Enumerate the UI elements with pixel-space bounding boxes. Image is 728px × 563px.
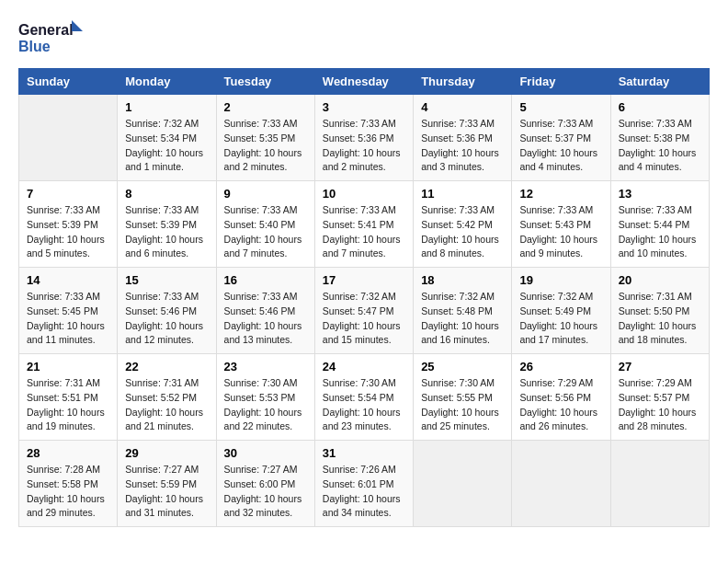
calendar-week-row: 7Sunrise: 7:33 AMSunset: 5:39 PMDaylight… [19,181,710,268]
day-number: 21 [27,360,109,373]
day-info: Sunrise: 7:26 AMSunset: 6:01 PMDaylight:… [323,463,405,521]
day-number: 16 [224,273,307,287]
day-info: Sunrise: 7:31 AMSunset: 5:52 PMDaylight:… [125,376,208,434]
day-number: 2 [224,100,307,114]
day-number: 24 [323,360,405,373]
calendar-cell: 11Sunrise: 7:33 AMSunset: 5:42 PMDayligh… [414,181,512,268]
day-info: Sunrise: 7:33 AMSunset: 5:35 PMDaylight:… [224,117,307,175]
day-number: 4 [421,100,504,114]
day-info: Sunrise: 7:33 AMSunset: 5:36 PMDaylight:… [323,117,405,175]
calendar-week-row: 21Sunrise: 7:31 AMSunset: 5:51 PMDayligh… [19,354,710,441]
calendar-cell: 25Sunrise: 7:30 AMSunset: 5:55 PMDayligh… [414,354,512,441]
calendar-cell: 2Sunrise: 7:33 AMSunset: 5:35 PMDaylight… [216,95,314,181]
day-info: Sunrise: 7:33 AMSunset: 5:39 PMDaylight:… [27,203,109,261]
day-info: Sunrise: 7:33 AMSunset: 5:46 PMDaylight:… [125,290,208,348]
calendar-cell: 14Sunrise: 7:33 AMSunset: 5:45 PMDayligh… [19,268,118,354]
day-info: Sunrise: 7:27 AMSunset: 6:00 PMDaylight:… [224,463,307,521]
calendar-cell: 4Sunrise: 7:33 AMSunset: 5:36 PMDaylight… [414,95,512,181]
calendar-cell: 30Sunrise: 7:27 AMSunset: 6:00 PMDayligh… [216,441,314,527]
page-header: GeneralBlue [18,18,710,59]
day-info: Sunrise: 7:33 AMSunset: 5:38 PMDaylight:… [619,117,701,175]
calendar-header-row: SundayMondayTuesdayWednesdayThursdayFrid… [19,69,710,95]
day-number: 9 [224,187,307,201]
calendar-cell: 29Sunrise: 7:27 AMSunset: 5:59 PMDayligh… [118,441,216,527]
day-of-week-header: Thursday [414,69,512,95]
day-info: Sunrise: 7:33 AMSunset: 5:40 PMDaylight:… [224,203,307,261]
day-info: Sunrise: 7:31 AMSunset: 5:51 PMDaylight:… [27,376,109,434]
calendar-table: SundayMondayTuesdayWednesdayThursdayFrid… [18,68,710,527]
calendar-cell: 7Sunrise: 7:33 AMSunset: 5:39 PMDaylight… [19,181,118,268]
calendar-cell: 28Sunrise: 7:28 AMSunset: 5:58 PMDayligh… [19,441,118,527]
calendar-cell: 18Sunrise: 7:32 AMSunset: 5:48 PMDayligh… [414,268,512,354]
day-info: Sunrise: 7:30 AMSunset: 5:54 PMDaylight:… [323,376,405,434]
calendar-cell: 1Sunrise: 7:32 AMSunset: 5:34 PMDaylight… [118,95,216,181]
day-number: 25 [421,360,504,373]
calendar-cell: 13Sunrise: 7:33 AMSunset: 5:44 PMDayligh… [610,181,709,268]
calendar-week-row: 28Sunrise: 7:28 AMSunset: 5:58 PMDayligh… [19,441,710,527]
day-of-week-header: Wednesday [314,69,413,95]
day-number: 5 [519,100,602,114]
calendar-cell [512,441,610,527]
calendar-cell: 3Sunrise: 7:33 AMSunset: 5:36 PMDaylight… [314,95,413,181]
day-info: Sunrise: 7:33 AMSunset: 5:44 PMDaylight:… [619,203,701,261]
calendar-cell [610,441,709,527]
day-info: Sunrise: 7:33 AMSunset: 5:43 PMDaylight:… [519,203,602,261]
calendar-cell: 17Sunrise: 7:32 AMSunset: 5:47 PMDayligh… [314,268,413,354]
day-number: 1 [125,100,208,114]
day-of-week-header: Saturday [610,69,709,95]
calendar-week-row: 1Sunrise: 7:32 AMSunset: 5:34 PMDaylight… [19,95,710,181]
day-number: 18 [421,273,504,287]
day-info: Sunrise: 7:33 AMSunset: 5:36 PMDaylight:… [421,117,504,175]
calendar-week-row: 14Sunrise: 7:33 AMSunset: 5:45 PMDayligh… [19,268,710,354]
day-info: Sunrise: 7:33 AMSunset: 5:37 PMDaylight:… [519,117,602,175]
calendar-cell: 6Sunrise: 7:33 AMSunset: 5:38 PMDaylight… [610,95,709,181]
day-info: Sunrise: 7:31 AMSunset: 5:50 PMDaylight:… [619,290,701,348]
calendar-cell: 5Sunrise: 7:33 AMSunset: 5:37 PMDaylight… [512,95,610,181]
day-number: 15 [125,273,208,287]
day-number: 7 [27,187,109,201]
day-number: 26 [519,360,602,373]
day-info: Sunrise: 7:32 AMSunset: 5:48 PMDaylight:… [421,290,504,348]
day-info: Sunrise: 7:33 AMSunset: 5:42 PMDaylight:… [421,203,504,261]
day-info: Sunrise: 7:33 AMSunset: 5:41 PMDaylight:… [323,203,405,261]
day-number: 6 [619,100,701,114]
calendar-cell: 20Sunrise: 7:31 AMSunset: 5:50 PMDayligh… [610,268,709,354]
day-number: 23 [224,360,307,373]
logo: GeneralBlue [18,18,92,59]
calendar-cell [414,441,512,527]
day-info: Sunrise: 7:27 AMSunset: 5:59 PMDaylight:… [125,463,208,521]
day-number: 30 [224,446,307,460]
calendar-cell [19,95,118,181]
calendar-cell: 26Sunrise: 7:29 AMSunset: 5:56 PMDayligh… [512,354,610,441]
day-number: 10 [323,187,405,201]
logo-svg: GeneralBlue [18,18,92,59]
day-number: 20 [619,273,701,287]
day-number: 14 [27,273,109,287]
calendar-cell: 8Sunrise: 7:33 AMSunset: 5:39 PMDaylight… [118,181,216,268]
day-number: 31 [323,446,405,460]
svg-text:Blue: Blue [18,39,51,54]
day-number: 27 [619,360,701,373]
calendar-cell: 22Sunrise: 7:31 AMSunset: 5:52 PMDayligh… [118,354,216,441]
calendar-cell: 21Sunrise: 7:31 AMSunset: 5:51 PMDayligh… [19,354,118,441]
day-info: Sunrise: 7:29 AMSunset: 5:57 PMDaylight:… [619,376,701,434]
day-number: 22 [125,360,208,373]
day-number: 8 [125,187,208,201]
day-info: Sunrise: 7:29 AMSunset: 5:56 PMDaylight:… [519,376,602,434]
day-info: Sunrise: 7:30 AMSunset: 5:53 PMDaylight:… [224,376,307,434]
day-info: Sunrise: 7:32 AMSunset: 5:47 PMDaylight:… [323,290,405,348]
day-info: Sunrise: 7:28 AMSunset: 5:58 PMDaylight:… [27,463,109,521]
calendar-cell: 10Sunrise: 7:33 AMSunset: 5:41 PMDayligh… [314,181,413,268]
day-info: Sunrise: 7:30 AMSunset: 5:55 PMDaylight:… [421,376,504,434]
calendar-cell: 16Sunrise: 7:33 AMSunset: 5:46 PMDayligh… [216,268,314,354]
day-of-week-header: Sunday [19,69,118,95]
day-info: Sunrise: 7:33 AMSunset: 5:39 PMDaylight:… [125,203,208,261]
calendar-cell: 27Sunrise: 7:29 AMSunset: 5:57 PMDayligh… [610,354,709,441]
day-of-week-header: Tuesday [216,69,314,95]
svg-text:General: General [18,22,74,38]
day-number: 11 [421,187,504,201]
calendar-cell: 19Sunrise: 7:32 AMSunset: 5:49 PMDayligh… [512,268,610,354]
day-info: Sunrise: 7:33 AMSunset: 5:45 PMDaylight:… [27,290,109,348]
calendar-cell: 12Sunrise: 7:33 AMSunset: 5:43 PMDayligh… [512,181,610,268]
day-info: Sunrise: 7:32 AMSunset: 5:34 PMDaylight:… [125,117,208,175]
